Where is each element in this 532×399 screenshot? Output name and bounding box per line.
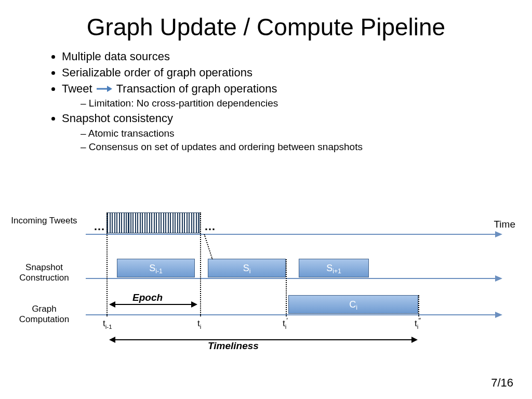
bullet-item: Serializable order of graph operations: [62, 65, 532, 81]
row-label-snapshot: Snapshot Construction: [10, 262, 78, 283]
guide-line: [107, 212, 108, 316]
snapshot-box-next: Si+1: [299, 259, 369, 277]
sub-bullet-item: Atomic transactions: [81, 127, 532, 141]
bullet-item: Multiple data sources: [62, 49, 532, 65]
bullet-item: Snapshot consistency Atomic transactions…: [62, 111, 532, 154]
sub-bullet-item: Limitation: No cross-partition dependenc…: [81, 97, 532, 111]
sub-bullet-item: Consensus on set of updates and ordering…: [81, 140, 532, 154]
time-axis-2: [86, 278, 501, 279]
page-number: 7/16: [491, 376, 513, 390]
timeliness-arrow: [110, 339, 417, 340]
timeliness-label: Timeliness: [208, 340, 259, 352]
epoch-label: Epoch: [132, 292, 163, 303]
tick-label: ti′: [283, 318, 288, 329]
tick-label: ti″: [415, 318, 421, 329]
row-label-graph: Graph Computation: [10, 304, 78, 325]
guide-line: [418, 295, 419, 316]
compute-box: Ci: [288, 295, 418, 314]
dots-icon: …: [204, 220, 216, 233]
arrow-right-icon: [97, 85, 112, 92]
snapshot-box-cur: Si: [208, 259, 286, 277]
guide-line-diag: [196, 234, 213, 259]
row-label-incoming: Incoming Tweets: [10, 216, 78, 226]
bullet-text: Tweet: [62, 81, 92, 97]
dots-icon: …: [94, 220, 105, 233]
epoch-arrow: [110, 304, 196, 305]
time-axis-1: [86, 234, 501, 235]
bullet-list: Multiple data sources Serializable order…: [0, 49, 532, 154]
timeline-diagram: Incoming Tweets Snapshot Construction Gr…: [0, 210, 532, 377]
slide-title: Graph Update / Compute Pipeline: [0, 0, 532, 49]
bullet-text: Transaction of graph operations: [116, 81, 277, 97]
tweets-hatching: [107, 212, 200, 233]
time-axis-3: [86, 314, 501, 315]
bullet-item: Tweet Transaction of graph operations Li…: [62, 81, 532, 111]
tick-label: ti-1: [103, 318, 112, 329]
time-label: Time: [494, 219, 515, 230]
guide-line: [286, 259, 287, 316]
guide-line: [200, 212, 201, 316]
snapshot-box-prev: Si-1: [117, 259, 195, 277]
tick-label: ti: [197, 318, 201, 329]
